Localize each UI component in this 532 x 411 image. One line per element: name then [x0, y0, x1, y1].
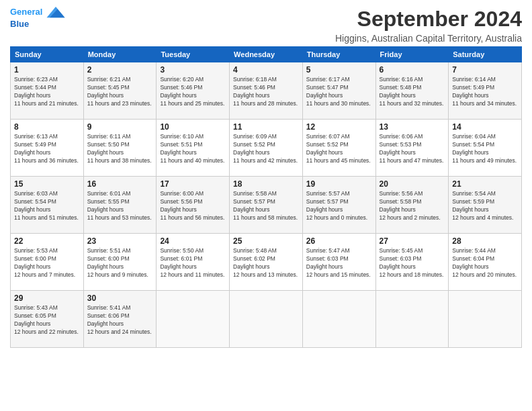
- calendar-cell: 11 Sunrise: 6:09 AMSunset: 5:52 PMDaylig…: [230, 120, 303, 177]
- day-info: Sunrise: 6:03 AMSunset: 5:54 PMDaylight …: [14, 190, 80, 222]
- day-info: Sunrise: 5:45 AMSunset: 6:03 PMDaylight …: [380, 247, 445, 279]
- day-number: 23: [87, 236, 153, 246]
- calendar-week-5: 29 Sunrise: 5:43 AMSunset: 6:05 PMDaylig…: [11, 291, 522, 348]
- day-number: 24: [160, 236, 226, 246]
- day-info: Sunrise: 6:16 AMSunset: 5:48 PMDaylight …: [380, 76, 445, 108]
- day-header-saturday: Saturday: [449, 47, 522, 62]
- calendar-cell: 23 Sunrise: 5:51 AMSunset: 6:00 PMDaylig…: [83, 234, 157, 291]
- calendar-cell: 29 Sunrise: 5:43 AMSunset: 6:05 PMDaylig…: [11, 291, 84, 348]
- calendar-cell: 26 Sunrise: 5:47 AMSunset: 6:03 PMDaylig…: [302, 234, 375, 291]
- calendar-cell: 15 Sunrise: 6:03 AMSunset: 5:54 PMDaylig…: [11, 177, 84, 234]
- calendar-cell: 13 Sunrise: 6:06 AMSunset: 5:53 PMDaylig…: [375, 120, 449, 177]
- day-number: 10: [160, 122, 226, 132]
- day-number: 12: [306, 122, 372, 132]
- calendar-cell: [157, 291, 230, 348]
- calendar-cell: 25 Sunrise: 5:48 AMSunset: 6:02 PMDaylig…: [230, 234, 303, 291]
- calendar-cell: 10 Sunrise: 6:10 AMSunset: 5:51 PMDaylig…: [157, 120, 230, 177]
- calendar-cell: 20 Sunrise: 5:56 AMSunset: 5:58 PMDaylig…: [375, 177, 449, 234]
- day-info: Sunrise: 5:53 AMSunset: 6:00 PMDaylight …: [14, 247, 80, 279]
- page-header: General Blue September 2024 Higgins, Aus…: [10, 7, 522, 44]
- calendar-cell: 22 Sunrise: 5:53 AMSunset: 6:00 PMDaylig…: [11, 234, 84, 291]
- calendar-cell: 16 Sunrise: 6:01 AMSunset: 5:55 PMDaylig…: [83, 177, 157, 234]
- day-number: 17: [160, 179, 226, 189]
- calendar-cell: 8 Sunrise: 6:13 AMSunset: 5:49 PMDayligh…: [11, 120, 84, 177]
- calendar-cell: [302, 291, 375, 348]
- day-info: Sunrise: 6:20 AMSunset: 5:46 PMDaylight …: [160, 76, 226, 108]
- day-info: Sunrise: 6:00 AMSunset: 5:56 PMDaylight …: [160, 190, 226, 222]
- day-info: Sunrise: 6:18 AMSunset: 5:46 PMDaylight …: [233, 76, 299, 108]
- calendar-table: SundayMondayTuesdayWednesdayThursdayFrid…: [10, 46, 522, 348]
- day-number: 21: [452, 179, 518, 189]
- day-number: 30: [87, 293, 153, 303]
- month-title: September 2024: [335, 7, 522, 32]
- day-number: 29: [14, 293, 80, 303]
- day-number: 11: [233, 122, 299, 132]
- day-info: Sunrise: 6:17 AMSunset: 5:47 PMDaylight …: [306, 76, 372, 108]
- day-info: Sunrise: 6:06 AMSunset: 5:53 PMDaylight …: [380, 133, 445, 165]
- day-info: Sunrise: 5:54 AMSunset: 5:59 PMDaylight …: [452, 190, 518, 222]
- day-number: 1: [14, 65, 80, 75]
- day-number: 2: [87, 65, 153, 75]
- day-number: 4: [233, 65, 299, 75]
- calendar-week-2: 8 Sunrise: 6:13 AMSunset: 5:49 PMDayligh…: [11, 120, 522, 177]
- day-number: 7: [452, 65, 518, 75]
- day-info: Sunrise: 5:50 AMSunset: 6:01 PMDaylight …: [160, 247, 226, 279]
- calendar-cell: 2 Sunrise: 6:21 AMSunset: 5:45 PMDayligh…: [83, 62, 157, 120]
- day-info: Sunrise: 5:44 AMSunset: 6:04 PMDaylight …: [452, 247, 518, 279]
- day-number: 26: [306, 236, 372, 246]
- day-info: Sunrise: 6:21 AMSunset: 5:45 PMDaylight …: [87, 76, 153, 108]
- location-subtitle: Higgins, Australian Capital Territory, A…: [335, 33, 522, 44]
- calendar-cell: 4 Sunrise: 6:18 AMSunset: 5:46 PMDayligh…: [230, 62, 303, 120]
- calendar-cell: 17 Sunrise: 6:00 AMSunset: 5:56 PMDaylig…: [157, 177, 230, 234]
- day-info: Sunrise: 5:41 AMSunset: 6:06 PMDaylight …: [87, 304, 153, 336]
- day-info: Sunrise: 5:48 AMSunset: 6:02 PMDaylight …: [233, 247, 299, 279]
- day-info: Sunrise: 6:11 AMSunset: 5:50 PMDaylight …: [87, 133, 153, 165]
- day-number: 3: [160, 65, 226, 75]
- calendar-cell: 6 Sunrise: 6:16 AMSunset: 5:48 PMDayligh…: [375, 62, 449, 120]
- day-header-friday: Friday: [375, 47, 449, 62]
- calendar-cell: 21 Sunrise: 5:54 AMSunset: 5:59 PMDaylig…: [449, 177, 522, 234]
- day-header-thursday: Thursday: [302, 47, 375, 62]
- calendar-cell: 18 Sunrise: 5:58 AMSunset: 5:57 PMDaylig…: [230, 177, 303, 234]
- day-info: Sunrise: 6:01 AMSunset: 5:55 PMDaylight …: [87, 190, 153, 222]
- day-info: Sunrise: 6:07 AMSunset: 5:52 PMDaylight …: [306, 133, 372, 165]
- day-number: 15: [14, 179, 80, 189]
- day-info: Sunrise: 6:14 AMSunset: 5:49 PMDaylight …: [452, 76, 518, 108]
- day-info: Sunrise: 6:04 AMSunset: 5:54 PMDaylight …: [452, 133, 518, 165]
- calendar-cell: 1 Sunrise: 6:23 AMSunset: 5:44 PMDayligh…: [11, 62, 84, 120]
- calendar-cell: 14 Sunrise: 6:04 AMSunset: 5:54 PMDaylig…: [449, 120, 522, 177]
- day-header-wednesday: Wednesday: [230, 47, 303, 62]
- calendar-cell: 30 Sunrise: 5:41 AMSunset: 6:06 PMDaylig…: [83, 291, 157, 348]
- day-number: 18: [233, 179, 299, 189]
- calendar-cell: 27 Sunrise: 5:45 AMSunset: 6:03 PMDaylig…: [375, 234, 449, 291]
- calendar-week-4: 22 Sunrise: 5:53 AMSunset: 6:00 PMDaylig…: [11, 234, 522, 291]
- calendar-cell: 24 Sunrise: 5:50 AMSunset: 6:01 PMDaylig…: [157, 234, 230, 291]
- day-number: 6: [380, 65, 445, 75]
- calendar-cell: [230, 291, 303, 348]
- logo: General Blue: [10, 7, 65, 30]
- day-number: 19: [306, 179, 372, 189]
- day-info: Sunrise: 5:57 AMSunset: 5:57 PMDaylight …: [306, 190, 372, 222]
- day-header-tuesday: Tuesday: [157, 47, 230, 62]
- day-number: 28: [452, 236, 518, 246]
- day-info: Sunrise: 6:13 AMSunset: 5:49 PMDaylight …: [14, 133, 80, 165]
- day-info: Sunrise: 5:51 AMSunset: 6:00 PMDaylight …: [87, 247, 153, 279]
- day-number: 27: [380, 236, 445, 246]
- calendar-cell: [449, 291, 522, 348]
- day-number: 16: [87, 179, 153, 189]
- day-info: Sunrise: 5:58 AMSunset: 5:57 PMDaylight …: [233, 190, 299, 222]
- calendar-cell: 19 Sunrise: 5:57 AMSunset: 5:57 PMDaylig…: [302, 177, 375, 234]
- day-number: 13: [380, 122, 445, 132]
- day-number: 20: [380, 179, 445, 189]
- day-number: 22: [14, 236, 80, 246]
- day-info: Sunrise: 6:09 AMSunset: 5:52 PMDaylight …: [233, 133, 299, 165]
- day-number: 14: [452, 122, 518, 132]
- calendar-cell: 9 Sunrise: 6:11 AMSunset: 5:50 PMDayligh…: [83, 120, 157, 177]
- calendar-header-row: SundayMondayTuesdayWednesdayThursdayFrid…: [11, 47, 522, 62]
- day-info: Sunrise: 5:43 AMSunset: 6:05 PMDaylight …: [14, 304, 80, 336]
- day-info: Sunrise: 6:23 AMSunset: 5:44 PMDaylight …: [14, 76, 80, 108]
- day-number: 5: [306, 65, 372, 75]
- day-number: 25: [233, 236, 299, 246]
- day-header-monday: Monday: [83, 47, 157, 62]
- day-info: Sunrise: 6:10 AMSunset: 5:51 PMDaylight …: [160, 133, 226, 165]
